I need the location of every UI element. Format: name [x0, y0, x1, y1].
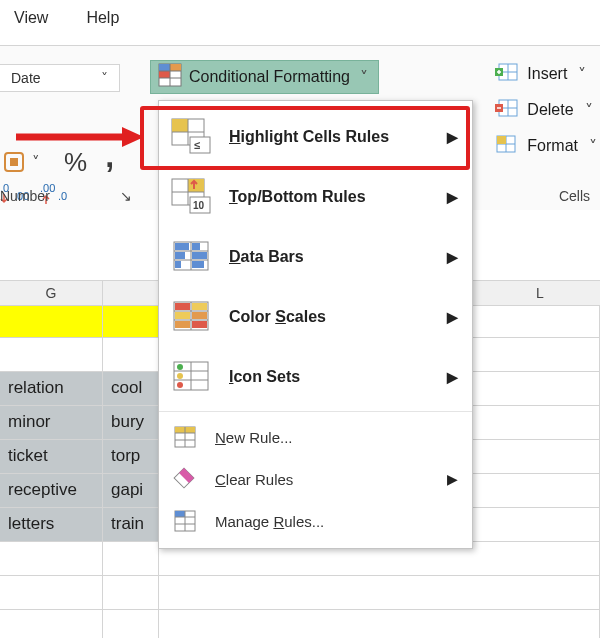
cell[interactable]: torp [103, 440, 159, 473]
svg-point-62 [177, 373, 183, 379]
menu-color-scales[interactable]: Color Scales ▶ [159, 287, 472, 347]
cell[interactable]: bury [103, 406, 159, 439]
tab-view[interactable]: View [14, 9, 48, 27]
column-header-h[interactable] [103, 281, 159, 305]
cell[interactable] [159, 576, 600, 609]
cell[interactable] [159, 610, 600, 638]
comma-icon: , [105, 151, 114, 161]
cell[interactable]: ticket [0, 440, 103, 473]
chevron-down-icon: ˅ [582, 101, 596, 120]
cell[interactable]: letters [0, 508, 103, 541]
cell[interactable] [0, 610, 103, 638]
svg-rect-72 [175, 511, 185, 517]
tab-help[interactable]: Help [86, 9, 119, 27]
highlight-cells-icon: ≤ [173, 118, 211, 156]
chevron-down-icon: ˅ [26, 147, 46, 177]
svg-rect-45 [175, 261, 181, 268]
conditional-formatting-button[interactable]: Conditional Formatting ˅ [150, 60, 379, 94]
submenu-arrow-icon: ▶ [446, 309, 458, 325]
dialog-launcher-icon[interactable]: ↘ [120, 188, 132, 204]
ribbon-group-cells: Cells [559, 188, 590, 204]
svg-rect-46 [192, 261, 204, 268]
menu-label: Clear Rules [215, 471, 428, 488]
percent-button[interactable]: % [60, 147, 91, 177]
callout-arrow-icon [16, 125, 146, 149]
menu-highlight-cells-rules[interactable]: ≤ Highlight Cells Rules ▶ [159, 107, 472, 167]
delete-icon [495, 98, 519, 122]
menu-label: Icon Sets [229, 368, 428, 386]
data-bars-icon [173, 238, 211, 276]
svg-rect-52 [192, 303, 207, 310]
table-row[interactable] [0, 576, 600, 610]
top-bottom-icon: 10 [173, 178, 211, 216]
svg-rect-9 [159, 71, 170, 78]
delete-cells-button[interactable]: Delete ˅ [495, 96, 600, 124]
accounting-format-button[interactable]: ˅ [0, 147, 50, 177]
cell[interactable] [103, 610, 159, 638]
cell[interactable]: relation [0, 372, 103, 405]
svg-text:10: 10 [193, 200, 205, 211]
color-scales-icon [173, 298, 211, 336]
ribbon-group-number: Number [0, 188, 50, 204]
svg-rect-26 [172, 119, 188, 132]
svg-rect-8 [170, 64, 181, 71]
menu-clear-rules[interactable]: Clear Rules ▶ [159, 458, 472, 500]
cell[interactable]: gapi [103, 474, 159, 507]
format-cells-button[interactable]: Format ˅ [495, 132, 600, 160]
svg-rect-44 [192, 252, 207, 259]
cell[interactable] [0, 338, 103, 371]
delete-label: Delete [527, 101, 573, 119]
insert-label: Insert [527, 65, 567, 83]
number-format-label: Date [0, 70, 41, 86]
insert-icon [495, 62, 519, 86]
menu-label: Color Scales [229, 308, 428, 326]
svg-rect-53 [175, 312, 190, 319]
number-format-selector[interactable]: Date ˅ [0, 64, 120, 92]
format-label: Format [527, 137, 578, 155]
cell[interactable] [0, 576, 103, 609]
insert-cells-button[interactable]: Insert ˅ [495, 60, 600, 88]
column-header-l[interactable]: L [480, 281, 600, 305]
cell[interactable]: minor [0, 406, 103, 439]
chevron-down-icon: ˅ [586, 137, 600, 156]
svg-rect-1 [10, 158, 18, 166]
cell[interactable]: train [103, 508, 159, 541]
chevron-down-icon: ˅ [41, 65, 119, 91]
conditional-formatting-label: Conditional Formatting [189, 68, 350, 86]
accounting-icon [4, 152, 24, 172]
cell[interactable] [103, 542, 159, 575]
svg-point-61 [177, 364, 183, 370]
menu-top-bottom-rules[interactable]: 10 Top/Bottom Rules ▶ [159, 167, 472, 227]
cell[interactable] [103, 576, 159, 609]
svg-rect-55 [175, 321, 190, 328]
svg-rect-56 [192, 321, 207, 328]
comma-style-button[interactable]: , [101, 147, 118, 177]
cell[interactable] [103, 306, 159, 337]
menu-label: Highlight Cells Rules [229, 128, 428, 146]
svg-rect-24 [497, 136, 506, 144]
cell[interactable] [0, 306, 103, 337]
cell[interactable]: receptive [0, 474, 103, 507]
submenu-arrow-icon: ▶ [446, 471, 458, 487]
menu-icon-sets[interactable]: Icon Sets ▶ [159, 347, 472, 407]
submenu-arrow-icon: ▶ [446, 189, 458, 205]
menu-manage-rules[interactable]: Manage Rules... [159, 500, 472, 542]
cell[interactable] [0, 542, 103, 575]
conditional-formatting-icon [159, 64, 181, 90]
icon-sets-icon [173, 358, 211, 396]
submenu-arrow-icon: ▶ [446, 369, 458, 385]
column-header-g[interactable]: G [0, 281, 103, 305]
format-icon [495, 134, 519, 158]
menu-new-rule[interactable]: New Rule... [159, 416, 472, 458]
svg-rect-51 [175, 303, 190, 310]
svg-marker-77 [122, 127, 144, 147]
submenu-arrow-icon: ▶ [446, 129, 458, 145]
menu-label: Top/Bottom Rules [229, 188, 428, 206]
submenu-arrow-icon: ▶ [446, 249, 458, 265]
svg-rect-32 [188, 179, 204, 192]
menu-label: Data Bars [229, 248, 428, 266]
table-row[interactable] [0, 610, 600, 638]
menu-data-bars[interactable]: Data Bars ▶ [159, 227, 472, 287]
cell[interactable] [103, 338, 159, 371]
cell[interactable]: cool [103, 372, 159, 405]
